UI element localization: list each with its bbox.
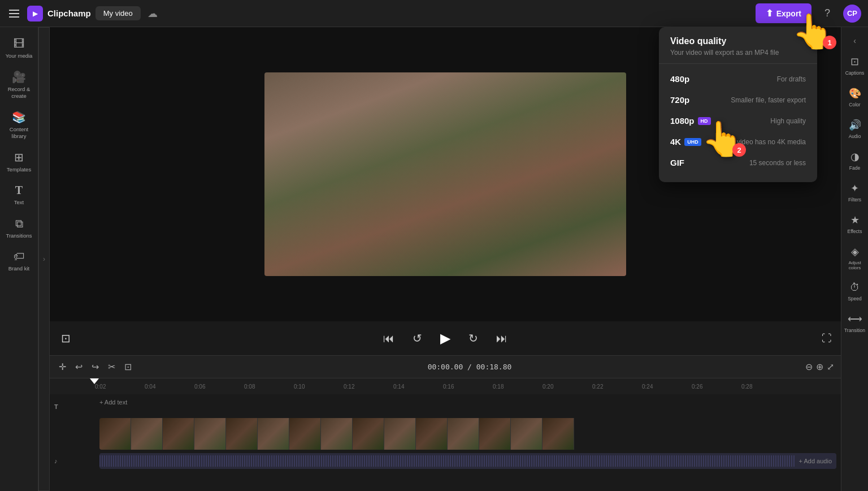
add-audio-label: + Add audio: [795, 458, 836, 464]
timeline-time: 00:00.00 / 00:18.80: [428, 363, 512, 371]
timeline-zoom: ⊖ ⊕ ⤢: [805, 361, 834, 372]
cut-button[interactable]: ✂: [106, 359, 118, 374]
rs-label: Speed: [848, 296, 862, 302]
video-frames[interactable]: [99, 418, 836, 450]
sidebar-item-label: Text: [14, 199, 24, 205]
ruler-marks: 0:02 0:04 0:06 0:08 0:10 0:12 0:14 0:16 …: [95, 384, 796, 390]
rs-label: Filters: [848, 197, 861, 203]
option-left: 4K UHD: [670, 137, 701, 147]
sidebar-item-transitions[interactable]: ⧉ Transitions: [0, 212, 38, 244]
skip-back-button[interactable]: ⏮: [381, 330, 397, 347]
text-track: T + Add text: [50, 397, 841, 417]
frame-thumb: [258, 418, 289, 450]
topbar-right: ⬆ Export ? CP: [756, 3, 861, 23]
ruler-mark: 0:16: [443, 384, 493, 390]
sidebar-item-brand-kit[interactable]: 🏷 Brand kit: [0, 244, 38, 277]
frame-thumb: [99, 418, 131, 450]
ruler-mark: 0:04: [145, 384, 194, 390]
ruler-mark: 0:14: [393, 384, 443, 390]
audio-wave: [99, 455, 795, 467]
quality-option-gif[interactable]: GIF 15 seconds or less: [659, 152, 817, 173]
frame-thumb: [289, 418, 321, 450]
brand-kit-icon: 🏷: [14, 250, 25, 263]
quality-res: 720p: [670, 95, 689, 105]
split-button[interactable]: ⊡: [122, 359, 134, 374]
rs-item-color[interactable]: 🎨 Color: [841, 81, 869, 113]
rs-item-speed[interactable]: ⏱ Speed: [841, 276, 869, 307]
transitions-icon: ⧉: [15, 217, 23, 230]
frame-thumb: [479, 418, 511, 450]
quality-option-720p[interactable]: 720p Smaller file, faster export: [659, 89, 817, 110]
rewind-button[interactable]: ↺: [410, 329, 424, 347]
undo-button[interactable]: ↩: [73, 359, 85, 374]
add-text-label[interactable]: + Add text: [99, 399, 836, 406]
sidebar-item-record-create[interactable]: 🎥 Record &create: [0, 64, 38, 105]
quality-option-480p[interactable]: 480p For drafts: [659, 68, 817, 89]
text-track-label: T: [54, 403, 99, 410]
select-tool[interactable]: ✛: [57, 359, 68, 374]
your-media-icon: 🎞: [14, 37, 25, 50]
frame-thumb: [542, 418, 574, 450]
sidebar-item-your-media[interactable]: 🎞 Your media: [0, 32, 38, 64]
vc-left-controls: ⊡: [59, 329, 73, 347]
cloud-sync-icon: ☁: [147, 7, 158, 20]
timeline-ruler: 0:02 0:04 0:06 0:08 0:10 0:12 0:14 0:16 …: [50, 378, 841, 394]
dropdown-title: Video quality: [670, 36, 806, 46]
record-create-icon: 🎥: [12, 70, 26, 84]
project-tab[interactable]: My video: [96, 6, 141, 20]
sidebar-item-label: Your media: [6, 53, 33, 59]
ruler-mark: 0:24: [642, 384, 692, 390]
captions-icon: ⊡: [850, 55, 859, 68]
skip-forward-button[interactable]: ⏭: [494, 330, 510, 347]
zoom-in-button[interactable]: ⊕: [816, 361, 823, 372]
video-track-content: [99, 418, 836, 450]
text-track-content: + Add text: [99, 399, 836, 415]
redo-button[interactable]: ↪: [89, 359, 101, 374]
sidebar-expand-button[interactable]: ›: [38, 27, 50, 491]
rs-item-adjust-colors[interactable]: ◈ Adjustcolors: [841, 240, 869, 276]
frame-thumb: [416, 418, 448, 450]
sidebar-item-templates[interactable]: ⊞ Templates: [0, 145, 38, 178]
quality-desc: High quality: [770, 117, 806, 125]
rs-item-audio[interactable]: 🔊 Audio: [841, 113, 869, 145]
avatar[interactable]: CP: [843, 5, 861, 23]
quality-res: 480p: [670, 74, 689, 84]
rs-item-filters[interactable]: ✦ Filters: [841, 176, 869, 208]
rs-label: Audio: [849, 133, 861, 139]
export-button[interactable]: ⬆ Export: [756, 3, 811, 23]
quality-desc: Your video has no 4K media: [721, 138, 806, 146]
help-icon[interactable]: ?: [818, 5, 836, 23]
sidebar-item-label: Contentlibrary: [10, 126, 28, 139]
sidebar-item-label: Brand kit: [8, 265, 30, 272]
hamburger-menu[interactable]: [7, 6, 23, 21]
collapse-panel-button[interactable]: ‹: [849, 32, 861, 50]
rs-item-fade[interactable]: ◑ Fade: [841, 145, 869, 176]
speed-icon: ⏱: [850, 282, 860, 294]
vc-right-controls: ⛶: [822, 333, 832, 344]
subtitles-button[interactable]: ⊡: [59, 329, 73, 347]
forward-button[interactable]: ↻: [466, 329, 480, 347]
rs-item-captions[interactable]: ⊡ Captions: [841, 50, 869, 81]
rs-item-transition[interactable]: ⟷ Transition: [841, 307, 869, 339]
zoom-out-button[interactable]: ⊖: [805, 361, 813, 372]
ruler-mark: 0:18: [493, 384, 542, 390]
quality-desc: For drafts: [777, 75, 806, 83]
fullscreen-icon[interactable]: ⛶: [822, 333, 832, 344]
rs-label: Captions: [845, 70, 865, 76]
playhead-triangle: [90, 378, 99, 384]
quality-option-4k[interactable]: 4K UHD Your video has no 4K media: [659, 131, 817, 152]
fit-timeline-button[interactable]: ⤢: [827, 361, 834, 372]
rs-item-effects[interactable]: ★ Effects: [841, 208, 869, 240]
video-track: [50, 417, 841, 451]
ruler-mark: 0:28: [741, 384, 791, 390]
play-button[interactable]: ▶: [438, 328, 453, 348]
sidebar-item-text[interactable]: T Text: [0, 178, 38, 211]
frame-thumb: [321, 418, 353, 450]
quality-option-1080p[interactable]: 1080p HD High quality: [659, 110, 817, 131]
ruler-mark: 0:10: [294, 384, 344, 390]
video-quality-dropdown: Video quality Your video will export as …: [659, 27, 817, 182]
audio-waveform[interactable]: + Add audio: [99, 453, 836, 469]
rs-label: Effects: [848, 229, 862, 234]
left-sidebar: 🎞 Your media 🎥 Record &create 📚 Contentl…: [0, 27, 38, 491]
sidebar-item-content-library[interactable]: 📚 Contentlibrary: [0, 105, 38, 145]
